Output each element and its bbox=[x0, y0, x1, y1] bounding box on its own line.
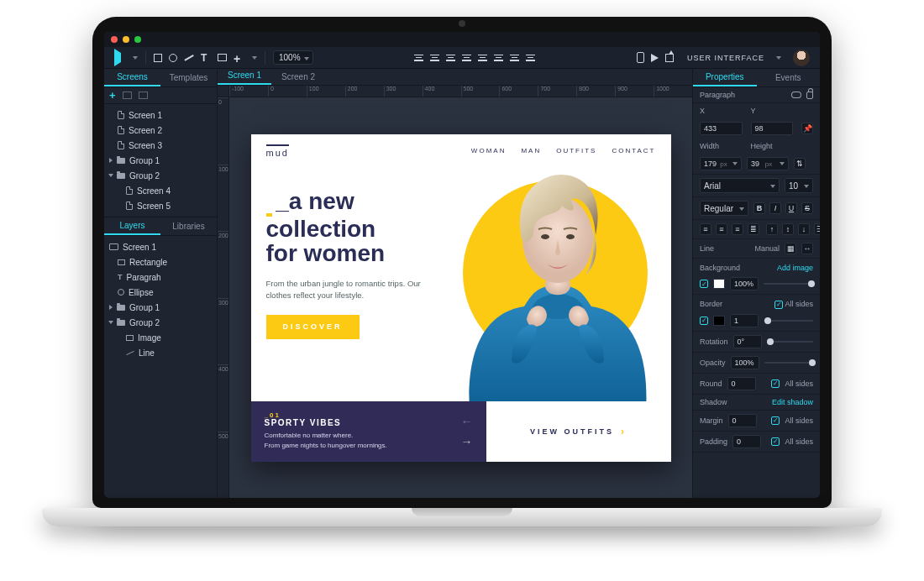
tab-events[interactable]: Events bbox=[757, 69, 821, 86]
visibility-icon[interactable] bbox=[791, 92, 801, 98]
ellipse-tool-icon[interactable] bbox=[169, 54, 177, 62]
group-item[interactable]: Group 1 bbox=[104, 153, 217, 168]
align-left-icon[interactable]: ≡ bbox=[700, 223, 711, 235]
bg-color-swatch[interactable] bbox=[713, 279, 725, 289]
edit-shadow-link[interactable]: Edit shadow bbox=[772, 398, 813, 406]
screen-item[interactable]: Screen 2 bbox=[104, 123, 217, 138]
screen-item[interactable]: Screen 3 bbox=[104, 138, 217, 153]
pin-icon[interactable]: 📌 bbox=[801, 123, 813, 134]
list-icon[interactable]: ☰ bbox=[814, 223, 820, 235]
rotation-input[interactable]: 0° bbox=[733, 335, 762, 348]
font-weight-select[interactable]: Regular bbox=[700, 201, 748, 216]
width-input[interactable]: 179px bbox=[700, 157, 742, 170]
padding-allsides-check[interactable]: ✓ bbox=[771, 437, 780, 446]
duplicate-icon[interactable] bbox=[139, 92, 148, 99]
opacity-input[interactable]: 100% bbox=[731, 356, 759, 369]
tab-layers[interactable]: Layers bbox=[104, 217, 160, 235]
select-tool-icon[interactable] bbox=[114, 53, 124, 63]
tab-properties[interactable]: Properties bbox=[693, 69, 757, 86]
screen-item[interactable]: Screen 1 bbox=[104, 107, 217, 123]
zoom-dot[interactable] bbox=[134, 36, 141, 43]
chevron-down-icon[interactable] bbox=[108, 174, 113, 177]
valign-top-icon[interactable]: ↑ bbox=[766, 223, 778, 235]
doc-tab-2[interactable]: Screen 2 bbox=[271, 69, 325, 85]
valign-mid-icon[interactable]: ↕ bbox=[782, 223, 794, 235]
chevron-right-icon[interactable] bbox=[109, 158, 113, 163]
line-height-icon[interactable]: ▦ bbox=[785, 243, 796, 254]
distribute-h-icon[interactable] bbox=[510, 54, 519, 62]
artboard[interactable]: mud WOMAN MAN OUTFITS CONTACT bbox=[251, 134, 671, 462]
margin-input[interactable]: 0 bbox=[728, 414, 757, 427]
screen-item[interactable]: Screen 4 bbox=[104, 183, 217, 198]
y-input[interactable]: 98 bbox=[751, 122, 794, 135]
bg-enable-check[interactable]: ✓ bbox=[700, 280, 708, 288]
align-justify-icon[interactable]: ≣ bbox=[748, 223, 759, 235]
align-left-icon[interactable] bbox=[414, 54, 423, 62]
border-color-swatch[interactable] bbox=[713, 316, 725, 326]
padding-input[interactable]: 0 bbox=[732, 435, 761, 448]
border-enable-check[interactable]: ✓ bbox=[700, 317, 708, 325]
round-allsides-check[interactable]: ✓ bbox=[771, 379, 780, 388]
font-size-select[interactable]: 10 bbox=[785, 178, 813, 193]
strike-icon[interactable]: S bbox=[801, 202, 813, 214]
opacity-slider[interactable] bbox=[764, 362, 813, 364]
align-top-icon[interactable] bbox=[462, 54, 471, 62]
tab-screens[interactable]: Screens bbox=[104, 69, 160, 86]
add-tool-icon[interactable]: + bbox=[234, 53, 244, 63]
height-input[interactable]: 39px bbox=[747, 157, 789, 170]
bg-opacity-slider[interactable] bbox=[764, 283, 813, 285]
border-allsides-check[interactable]: ✓ bbox=[774, 301, 783, 309]
zoom-select[interactable]: 100% bbox=[273, 50, 313, 65]
valign-bot-icon[interactable]: ↓ bbox=[798, 223, 810, 235]
share-icon[interactable] bbox=[665, 54, 674, 62]
bold-icon[interactable]: B bbox=[753, 202, 765, 214]
tab-libraries[interactable]: Libraries bbox=[160, 217, 217, 235]
minimize-dot[interactable] bbox=[123, 36, 129, 43]
user-avatar[interactable] bbox=[793, 50, 810, 66]
layer-group[interactable]: Group 2 bbox=[104, 315, 217, 330]
layer-item[interactable]: Image bbox=[104, 330, 217, 345]
layer-item[interactable]: Ellipse bbox=[104, 285, 217, 300]
bg-opacity-input[interactable]: 100% bbox=[730, 277, 759, 290]
x-input[interactable]: 433 bbox=[700, 122, 743, 135]
layer-item[interactable]: Line bbox=[104, 345, 217, 360]
italic-icon[interactable]: I bbox=[769, 202, 781, 214]
chevron-down-icon[interactable] bbox=[108, 321, 113, 324]
layer-item[interactable]: Rectangle bbox=[104, 254, 217, 270]
add-image-link[interactable]: Add image bbox=[777, 264, 813, 272]
align-bottom-icon[interactable] bbox=[494, 54, 503, 62]
font-family-select[interactable]: Arial bbox=[700, 178, 780, 193]
lock-icon[interactable] bbox=[806, 92, 813, 99]
margin-allsides-check[interactable]: ✓ bbox=[771, 416, 780, 425]
border-width-input[interactable]: 1 bbox=[730, 314, 759, 327]
letter-spacing-icon[interactable]: ↔ bbox=[801, 243, 813, 254]
project-select[interactable]: USER INTERFACE bbox=[684, 54, 768, 62]
layer-screen-root[interactable]: Screen 1 bbox=[104, 239, 217, 254]
text-tool-icon[interactable]: T bbox=[201, 53, 211, 63]
layer-item[interactable]: TParagrah bbox=[104, 270, 217, 285]
thumbnail-icon[interactable] bbox=[123, 92, 132, 99]
border-width-slider[interactable] bbox=[764, 320, 813, 322]
align-center-h-icon[interactable] bbox=[430, 54, 439, 62]
screen-item[interactable]: Screen 5 bbox=[104, 198, 217, 213]
align-center-v-icon[interactable] bbox=[478, 54, 487, 62]
doc-tab-1[interactable]: Screen 1 bbox=[218, 67, 271, 85]
link-dimensions-icon[interactable]: ⇅ bbox=[794, 158, 806, 170]
distribute-v-icon[interactable] bbox=[526, 54, 535, 62]
canvas-viewport[interactable]: mud WOMAN MAN OUTFITS CONTACT bbox=[229, 97, 692, 498]
rotation-slider[interactable] bbox=[767, 341, 813, 343]
group-item[interactable]: Group 2 bbox=[104, 168, 217, 183]
chevron-right-icon[interactable] bbox=[109, 305, 113, 310]
layer-group[interactable]: Group 1 bbox=[104, 300, 217, 315]
line-tool-icon[interactable] bbox=[184, 55, 193, 60]
image-tool-icon[interactable] bbox=[218, 54, 227, 61]
align-right-icon[interactable]: ≡ bbox=[732, 223, 743, 235]
close-dot[interactable] bbox=[111, 36, 118, 43]
align-right-icon[interactable] bbox=[446, 54, 455, 62]
rectangle-tool-icon[interactable] bbox=[154, 54, 162, 62]
play-icon[interactable] bbox=[651, 54, 659, 62]
align-center-icon[interactable]: ≡ bbox=[716, 223, 727, 235]
round-input[interactable]: 0 bbox=[727, 377, 756, 390]
tab-templates[interactable]: Templates bbox=[160, 69, 217, 86]
underline-icon[interactable]: U bbox=[785, 202, 797, 214]
